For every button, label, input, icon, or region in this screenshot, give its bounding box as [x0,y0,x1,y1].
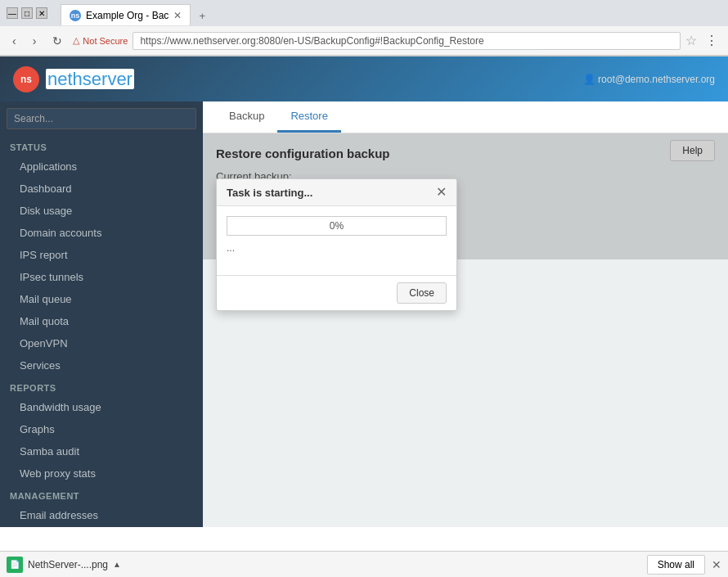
new-tab-button[interactable]: + [191,7,213,25]
sidebar-item-disk-usage[interactable]: Disk usage [0,200,203,222]
sidebar-item-services[interactable]: Services [0,354,203,376]
tab-title: Example Org - Bac [86,10,169,21]
sidebar-item-dashboard[interactable]: Dashboard [0,178,203,200]
download-chevron-icon[interactable]: ▲ [113,560,121,569]
progress-bar: 0% [227,216,447,236]
menu-button[interactable]: ⋮ [702,33,721,48]
download-item: 📄 NethServer-....png ▲ [7,557,121,573]
task-log: ... [227,242,447,259]
url-bar[interactable] [133,32,681,50]
sidebar-section-status: Status [0,136,203,156]
tab-restore[interactable]: Restore [277,101,341,133]
sidebar-item-applications[interactable]: Applications [0,156,203,178]
sidebar-section-reports: Reports [0,376,203,396]
sidebar-item-ips-report[interactable]: IPS report [0,244,203,266]
modal-close-icon[interactable]: ✕ [436,186,447,199]
forward-button[interactable]: › [27,32,43,50]
modal-body: 0% ... [217,206,456,275]
content-area: Backup Restore Restore configuration bac… [203,101,728,527]
sidebar-item-mail-queue[interactable]: Mail queue [0,288,203,310]
app-logo: ns nethserver [13,66,134,92]
sidebar-item-samba-audit[interactable]: Samba audit [0,440,203,462]
sidebar: Status Applications Dashboard Disk usage… [0,101,203,527]
bottom-bar: 📄 NethServer-....png ▲ Show all ✕ [0,551,728,577]
modal-footer: Close [217,275,456,310]
search-box [0,101,203,136]
progress-text: 0% [330,220,344,232]
logo-icon: ns [13,66,39,92]
security-badge: △ Not Secure [73,35,128,46]
sidebar-item-mail-quota[interactable]: Mail quota [0,310,203,332]
title-bar: — □ ✕ ns Example Org - Bac ✕ + [0,0,728,26]
sidebar-item-graphs[interactable]: Graphs [0,418,203,440]
sidebar-item-bandwidth[interactable]: Bandwidth usage [0,396,203,418]
tab-bar: ns Example Org - Bac ✕ + [54,1,220,25]
browser-tab[interactable]: ns Example Org - Bac ✕ [61,4,191,25]
user-info: 👤 root@demo.nethserver.org [583,74,715,85]
modal-overlay: Task is starting... ✕ 0% ... Close [203,133,728,259]
warning-icon: △ [73,35,79,46]
modal-header: Task is starting... ✕ [217,179,456,206]
close-button[interactable]: ✕ [36,7,47,19]
sidebar-item-web-proxy-stats[interactable]: Web proxy stats [0,462,203,485]
logo-text: nethserver [46,69,134,90]
modal-close-button[interactable]: Close [397,282,447,304]
sidebar-item-ipsec-tunnels[interactable]: IPsec tunnels [0,266,203,288]
maximize-button[interactable]: □ [21,7,33,19]
page-tabs: Backup Restore [203,101,728,133]
download-filename: NethServer-....png [28,559,108,570]
tab-backup[interactable]: Backup [216,101,277,133]
show-all-button[interactable]: Show all [647,555,705,575]
bookmark-button[interactable]: ☆ [685,33,697,48]
sidebar-item-domain-accounts[interactable]: Domain accounts [0,222,203,244]
tab-favicon: ns [70,10,81,21]
close-tab-button[interactable]: ✕ [173,10,182,21]
search-input[interactable] [7,108,196,129]
sidebar-item-openvpn[interactable]: OpenVPN [0,332,203,354]
task-modal: Task is starting... ✕ 0% ... Close [216,178,457,311]
minimize-button[interactable]: — [7,7,18,19]
sidebar-section-management: Management [0,485,203,504]
app-header: ns nethserver 👤 root@demo.nethserver.org [0,56,728,101]
bottom-bar-close-icon[interactable]: ✕ [712,558,721,571]
reload-button[interactable]: ↻ [47,32,68,50]
download-file-icon: 📄 [7,557,23,573]
sidebar-item-email-addresses[interactable]: Email addresses [0,504,203,526]
nav-bar: ‹ › ↻ △ Not Secure ☆ ⋮ [0,26,728,56]
modal-title: Task is starting... [227,187,312,199]
security-label: Not Secure [83,36,128,46]
back-button[interactable]: ‹ [7,32,22,50]
window-controls[interactable]: — □ ✕ [7,7,47,19]
